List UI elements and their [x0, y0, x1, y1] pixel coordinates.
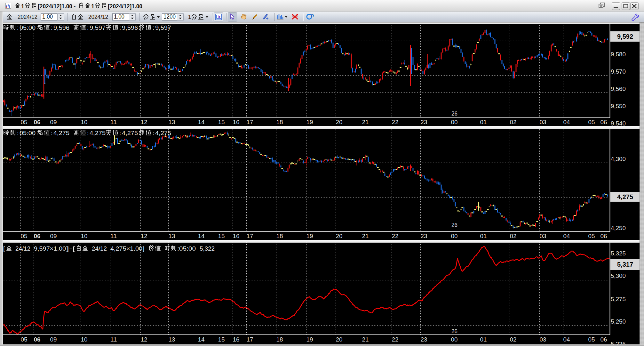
svg-text:03: 03 — [540, 336, 546, 343]
svg-text:20: 20 — [336, 119, 343, 125]
svg-text:23: 23 — [421, 233, 427, 239]
svg-text:24/12: 24/12 — [15, 245, 30, 252]
svg-text:5,322: 5,322 — [200, 245, 215, 252]
svg-text:19: 19 — [306, 119, 313, 125]
svg-text:14: 14 — [198, 233, 205, 239]
svg-text:02: 02 — [510, 119, 517, 125]
svg-text:16: 16 — [233, 336, 240, 343]
svg-text::: : — [51, 24, 52, 31]
svg-text:[2024/12]1.00: [2024/12]1.00 — [38, 3, 72, 10]
svg-text:01: 01 — [480, 119, 487, 125]
svg-text:5,225: 5,225 — [611, 341, 626, 344]
svg-text::: : — [87, 24, 89, 31]
svg-text:9,597: 9,597 — [155, 24, 171, 31]
svg-text:06: 06 — [34, 233, 41, 239]
svg-text:[2024/12]1.00: [2024/12]1.00 — [108, 3, 142, 10]
svg-text:20: 20 — [336, 233, 343, 239]
svg-text:06: 06 — [600, 336, 607, 343]
svg-text:22: 22 — [392, 119, 399, 125]
svg-text:05: 05 — [21, 119, 28, 125]
svg-text:13: 13 — [169, 336, 175, 343]
svg-text:1.00: 1.00 — [42, 13, 53, 20]
svg-text:14: 14 — [198, 336, 205, 343]
svg-text:05:00: 05:00 — [20, 24, 36, 31]
svg-text:4,300: 4,300 — [611, 156, 626, 162]
svg-text:09: 09 — [50, 233, 57, 239]
svg-text::: : — [119, 130, 121, 136]
svg-text:04: 04 — [563, 119, 570, 125]
svg-text:9,597: 9,597 — [90, 24, 106, 31]
svg-text:26: 26 — [451, 110, 457, 117]
svg-text:24/12: 24/12 — [92, 245, 107, 252]
svg-text:26: 26 — [451, 328, 457, 334]
svg-text:26: 26 — [451, 222, 457, 228]
svg-text:2024/12: 2024/12 — [18, 14, 37, 20]
svg-text:00: 00 — [451, 233, 458, 239]
svg-text::: : — [153, 24, 154, 31]
svg-text:4,275×1.00: 4,275×1.00 — [110, 245, 142, 252]
svg-text:9,580: 9,580 — [611, 51, 626, 58]
svg-text:5,275: 5,275 — [611, 296, 626, 302]
svg-text::: : — [17, 24, 19, 31]
svg-text:R: R — [311, 13, 314, 18]
svg-text:18: 18 — [276, 119, 283, 125]
svg-text:03: 03 — [540, 233, 546, 239]
svg-text:9,592: 9,592 — [617, 33, 633, 40]
svg-text:17: 17 — [247, 336, 253, 343]
svg-text:15: 15 — [218, 119, 225, 125]
svg-text:00: 00 — [451, 336, 458, 343]
svg-text:05: 05 — [588, 336, 595, 343]
svg-text:13: 13 — [169, 119, 175, 125]
svg-text:21: 21 — [362, 233, 369, 239]
svg-text:15: 15 — [218, 336, 225, 343]
svg-text:11: 11 — [110, 233, 117, 239]
svg-text:19: 19 — [306, 336, 313, 343]
svg-text:00: 00 — [451, 119, 458, 125]
svg-text:10: 10 — [81, 119, 88, 125]
svg-text:9,540: 9,540 — [611, 120, 626, 126]
svg-text:02: 02 — [510, 233, 517, 239]
svg-text:12: 12 — [141, 119, 147, 125]
svg-text:15: 15 — [218, 233, 225, 239]
svg-text:10: 10 — [81, 233, 88, 239]
svg-text:5,317: 5,317 — [617, 261, 633, 268]
svg-text:9,560: 9,560 — [611, 85, 626, 92]
svg-text:5,300: 5,300 — [611, 272, 626, 279]
svg-text:01: 01 — [480, 336, 487, 343]
svg-text:17: 17 — [247, 119, 253, 125]
svg-text:2024/12: 2024/12 — [88, 14, 108, 20]
svg-text:10: 10 — [81, 336, 88, 343]
svg-text:09: 09 — [50, 336, 57, 343]
svg-text:1200: 1200 — [163, 13, 176, 20]
svg-text:13: 13 — [169, 233, 175, 239]
svg-text:23: 23 — [421, 119, 427, 125]
svg-text:22: 22 — [392, 233, 399, 239]
svg-text:06: 06 — [600, 233, 607, 239]
svg-text:16: 16 — [233, 233, 240, 239]
svg-text::: : — [51, 130, 52, 136]
svg-text:1: 1 — [188, 14, 191, 20]
svg-text:05: 05 — [588, 119, 595, 125]
svg-text:4,275: 4,275 — [90, 130, 106, 136]
svg-text:9,596: 9,596 — [53, 24, 69, 31]
svg-text:]: ] — [143, 245, 144, 252]
svg-text:9,550: 9,550 — [611, 103, 626, 109]
svg-text:9,570: 9,570 — [611, 68, 626, 75]
svg-text:4,250: 4,250 — [611, 225, 626, 231]
svg-text:05: 05 — [588, 233, 595, 239]
svg-text:09: 09 — [50, 119, 57, 125]
svg-text:11: 11 — [110, 336, 117, 343]
svg-text:]-[: ]-[ — [66, 245, 76, 252]
svg-text:16: 16 — [233, 119, 240, 125]
svg-text:1: 1 — [21, 3, 24, 10]
svg-text:12: 12 — [141, 233, 147, 239]
svg-text:03: 03 — [540, 119, 546, 125]
svg-text:9,596: 9,596 — [122, 24, 138, 31]
svg-text:-: - — [74, 3, 76, 10]
svg-text:11: 11 — [110, 119, 117, 125]
svg-text:23: 23 — [421, 336, 427, 343]
svg-text:06: 06 — [34, 336, 41, 343]
svg-text:05: 05 — [21, 336, 28, 343]
svg-text:4,275: 4,275 — [53, 130, 69, 136]
svg-text:05:00: 05:00 — [20, 130, 36, 136]
